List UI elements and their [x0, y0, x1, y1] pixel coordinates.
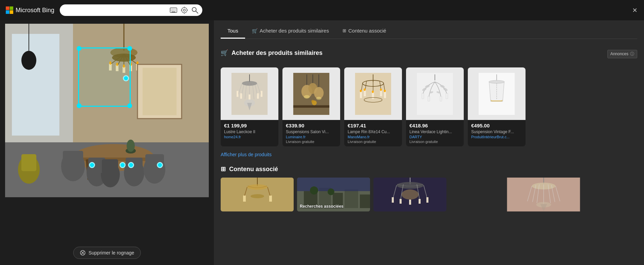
product-image	[468, 67, 526, 120]
product-name: Suspensions Salon Vi...	[286, 129, 337, 134]
annonces-badge[interactable]: Annonces ⓘ	[607, 50, 637, 58]
dot-chandelier[interactable]	[123, 75, 129, 81]
header: Microsoft Bing	[0, 0, 644, 20]
svg-point-133	[489, 80, 504, 83]
related-section: ⊞ Contenu associé	[221, 165, 637, 211]
camera-icon-button[interactable]	[181, 6, 188, 14]
handle-br[interactable]	[127, 103, 132, 108]
main-content: Supprimer le rognage Tous 🛒 Acheter des …	[0, 20, 644, 265]
keyboard-icon	[170, 7, 177, 13]
svg-point-113	[364, 88, 366, 91]
svg-point-158	[402, 189, 419, 200]
svg-point-64	[127, 140, 135, 152]
svg-point-150	[328, 188, 334, 195]
svg-point-114	[372, 90, 373, 93]
product-price: €495.00	[471, 123, 522, 128]
tab-acheter[interactable]: 🛒 Acheter des produits similaires	[245, 24, 336, 39]
svg-point-20	[192, 7, 196, 12]
close-button[interactable]: ×	[632, 6, 637, 14]
related-card-recherches[interactable]: Recherches associées	[297, 178, 370, 211]
svg-rect-162	[419, 199, 421, 204]
svg-rect-2	[6, 11, 9, 14]
product-price: €1 199,99	[224, 123, 275, 128]
product-image	[344, 67, 402, 120]
product-name: Linea Verdace Lightin...	[409, 129, 460, 134]
svg-rect-107	[360, 91, 362, 98]
bing-logo: Microsoft Bing	[5, 6, 54, 14]
tab-contenu[interactable]: ⊞ Contenu associé	[336, 24, 393, 39]
product-card[interactable]: €197.41 Lampe Rin 8Xe14 Cu... ManoMano.f…	[344, 67, 402, 146]
grid-section-icon: ⊞	[221, 165, 226, 173]
related-section-title: ⊞ Contenu associé	[221, 165, 637, 173]
product-name: Lampe Rin 8Xe14 Cu...	[348, 129, 399, 134]
svg-point-14	[182, 7, 187, 13]
keyboard-icon-button[interactable]	[170, 7, 177, 13]
product-shop: ProduitIntérieurBrut.c...	[471, 135, 522, 139]
product-info: €418.96 Linea Verdace Lightin... DARTY L…	[406, 120, 464, 146]
product-image	[406, 67, 464, 120]
svg-point-95	[316, 97, 321, 100]
svg-rect-129	[440, 96, 442, 101]
info-icon: ⓘ	[630, 51, 634, 57]
related-grid: Recherches associées	[221, 178, 637, 211]
svg-rect-96	[293, 105, 329, 107]
svg-point-153	[397, 182, 424, 189]
related-card-label: Recherches associées	[300, 204, 344, 209]
annonces-label: Annonces	[610, 52, 628, 56]
svg-rect-109	[372, 92, 374, 99]
results-panel[interactable]: Tous 🛒 Acheter des produits similaires ⊞…	[214, 20, 644, 265]
svg-point-149	[310, 186, 318, 195]
search-icons	[170, 6, 198, 14]
svg-rect-84	[261, 91, 262, 97]
svg-point-136	[247, 184, 268, 190]
product-card[interactable]: €1 199,99 Lustre Laeckoe II home24.fr	[221, 67, 278, 146]
product-name: Suspension Vintage F...	[471, 129, 522, 134]
microsoft-logo-icon	[5, 6, 14, 14]
svg-point-66	[21, 51, 36, 70]
camera-icon	[181, 6, 188, 14]
remove-crop-button[interactable]: Supprimer le rognage	[73, 247, 141, 259]
handle-tl[interactable]	[77, 46, 81, 51]
related-card[interactable]	[450, 178, 637, 211]
product-card[interactable]: €495.00 Suspension Vintage F... ProduitI…	[468, 67, 526, 146]
svg-rect-163	[426, 197, 428, 203]
svg-rect-62	[143, 68, 177, 115]
svg-rect-147	[360, 195, 370, 208]
svg-point-137	[251, 194, 264, 198]
handle-bl[interactable]	[77, 103, 81, 108]
product-image	[282, 67, 340, 120]
svg-line-21	[196, 11, 198, 13]
svg-rect-3	[10, 11, 13, 14]
product-info: €1 199,99 Lustre Laeckoe II home24.fr	[221, 120, 278, 142]
search-bar	[60, 4, 202, 16]
product-name: Lustre Laeckoe II	[224, 129, 275, 134]
svg-rect-1	[10, 6, 13, 10]
svg-rect-82	[249, 94, 250, 100]
svg-rect-110	[380, 90, 382, 96]
dot-chair3[interactable]	[128, 162, 134, 168]
related-card[interactable]	[221, 178, 294, 211]
show-more-link[interactable]: Afficher plus de produits	[221, 152, 637, 157]
search-button[interactable]	[191, 7, 198, 14]
handle-tr[interactable]	[127, 46, 132, 51]
product-shop: home24.fr	[224, 135, 275, 139]
product-shop: ManoMano.fr	[348, 135, 399, 139]
products-grid: €1 199,99 Lustre Laeckoe II home24.fr	[221, 67, 637, 146]
svg-point-115	[380, 88, 382, 91]
search-input[interactable]	[64, 7, 167, 13]
svg-rect-111	[384, 91, 386, 98]
dot-chair2[interactable]	[119, 162, 126, 168]
svg-rect-42	[21, 154, 36, 171]
product-shipping: Livraison gratuite	[286, 140, 337, 144]
product-card[interactable]: €418.96 Linea Verdace Lightin... DARTY L…	[406, 67, 464, 146]
dot-chair4[interactable]	[157, 162, 163, 168]
related-card[interactable]	[373, 178, 446, 211]
shopping-section: 🛒 Acheter des produits similaires Annonc…	[221, 46, 637, 157]
product-card[interactable]: €339.90 Suspensions Salon Vi... Luminair…	[282, 67, 340, 146]
svg-rect-126	[422, 93, 424, 99]
bing-logo-text: Microsoft Bing	[16, 7, 54, 14]
tab-tous[interactable]: Tous	[221, 24, 245, 39]
room-image	[5, 24, 209, 197]
product-price: €418.96	[409, 123, 460, 128]
dot-chair1[interactable]	[89, 162, 95, 168]
